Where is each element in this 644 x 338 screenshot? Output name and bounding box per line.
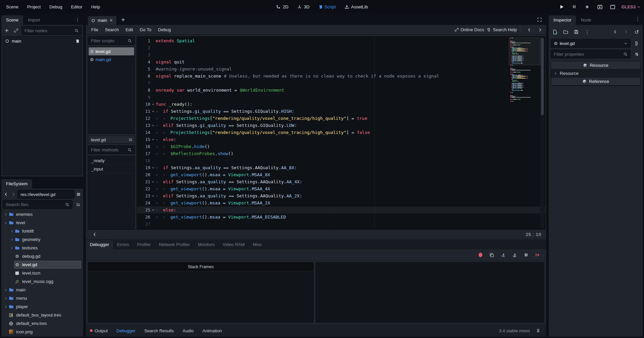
sort-methods-icon[interactable]: [127, 136, 134, 143]
new-scene-tab-icon[interactable]: [119, 16, 127, 24]
pause-button[interactable]: [570, 3, 578, 11]
break-icon[interactable]: [522, 251, 530, 259]
continue-icon[interactable]: [533, 251, 541, 259]
workspace-tab-script[interactable]: Script: [318, 4, 336, 9]
toggle-scripts-panel-icon[interactable]: [91, 231, 99, 239]
fs-item-geometry[interactable]: geometry: [3, 235, 82, 244]
fs-item-level-music-ogg[interactable]: level_music.ogg: [3, 277, 82, 286]
fs-item-main[interactable]: main: [3, 286, 82, 294]
code-line[interactable]: 1extends Spatial: [137, 37, 545, 44]
code-line[interactable]: 3: [137, 51, 545, 58]
save-icon[interactable]: [572, 28, 580, 36]
code-line[interactable]: 10func _ready():: [137, 101, 545, 108]
bottom-bar-item-output[interactable]: Output: [90, 328, 108, 333]
fs-item-default-bus-layout-tres[interactable]: default_bus_layout.tres: [3, 311, 82, 319]
inspector-section-resource[interactable]: Resource: [551, 69, 640, 78]
code-line[interactable]: 23»elif Settings.aa_quality == Settings.…: [137, 192, 545, 199]
fs-sort-icon[interactable]: [74, 200, 82, 208]
fold-arrow-icon[interactable]: [150, 180, 156, 183]
code-line[interactable]: 25»else:: [137, 206, 545, 213]
fs-split-mode-icon[interactable]: [75, 190, 82, 198]
fs-item-enemies[interactable]: enemies: [3, 210, 82, 219]
tree-arrow-closed[interactable]: [9, 230, 14, 233]
inspector-tab-inspector[interactable]: Inspector: [549, 15, 576, 25]
script-list-item-level-gd[interactable]: ⚙level.gd: [89, 47, 134, 55]
distraction-free-icon[interactable]: [535, 15, 543, 23]
code-line[interactable]: 26»»get_viewport().msaa = Viewport.MSAA_…: [137, 213, 545, 221]
fs-item-forklift[interactable]: forklift: [3, 227, 82, 235]
workspace-tab-3d[interactable]: 3D: [297, 4, 310, 9]
play-scene-button[interactable]: [596, 3, 604, 11]
step-over-icon[interactable]: [511, 251, 519, 259]
fs-item-level-gd[interactable]: ⚙level.gd: [3, 260, 82, 269]
tree-arrow-closed[interactable]: [9, 246, 14, 250]
fs-forward-icon[interactable]: [10, 190, 17, 198]
tree-arrow-closed[interactable]: [3, 305, 8, 308]
debugger-tab-errors[interactable]: Errors: [113, 240, 133, 249]
add-node-button[interactable]: [3, 27, 11, 35]
tree-arrow-open[interactable]: [3, 221, 8, 225]
instance-scene-button[interactable]: [12, 27, 20, 35]
scene-node-main[interactable]: main: [3, 37, 82, 45]
help-link-online-docs[interactable]: Online Docs: [454, 27, 484, 32]
code-line[interactable]: 8onready var world_environment = $WorldE…: [137, 87, 545, 94]
script-history-forward-icon[interactable]: [536, 26, 544, 34]
copy-error-icon[interactable]: [488, 251, 496, 259]
method-item-input[interactable]: _input: [89, 165, 134, 173]
menu-debug[interactable]: Debug: [46, 3, 65, 11]
inspector-dock-menu-icon[interactable]: ⋮: [633, 16, 642, 21]
code-line[interactable]: 15»else:: [137, 136, 545, 143]
edited-object-selector[interactable]: ⚙ level.gd: [551, 39, 631, 48]
resource-extra-menu-icon[interactable]: ⋮: [583, 29, 592, 35]
fold-arrow-icon[interactable]: [150, 208, 156, 211]
edit-history-icon[interactable]: ↺: [633, 28, 641, 36]
fold-arrow-icon[interactable]: [150, 138, 156, 141]
menu-help[interactable]: Help: [88, 3, 104, 11]
open-docs-icon[interactable]: [633, 39, 641, 47]
fs-item-player[interactable]: player: [3, 302, 82, 311]
code-line[interactable]: 19»if Settings.aa_quality == Settings.AA…: [137, 164, 545, 171]
filesystem-dock-tab[interactable]: FileSystem: [1, 179, 32, 189]
script-menu-search[interactable]: Search: [102, 26, 122, 34]
fold-arrow-icon[interactable]: [150, 110, 156, 113]
scene-tab-main[interactable]: main: [88, 16, 116, 25]
code-line[interactable]: 14»»ProjectSettings["rendering/quality/v…: [137, 129, 545, 136]
menu-editor[interactable]: Editor: [68, 3, 86, 11]
bottom-bar-item-animation[interactable]: Animation: [203, 328, 222, 333]
code-line[interactable]: 11»if Settings.gi_quality == Settings.GI…: [137, 108, 545, 115]
inspector-category-reference[interactable]: Reference: [551, 78, 640, 86]
expand-bottom-panel-icon[interactable]: [534, 327, 542, 335]
code-line[interactable]: 13»elif Settings.gi_quality == Settings.…: [137, 122, 545, 129]
menu-project[interactable]: Project: [24, 3, 44, 11]
fs-item-level[interactable]: level: [3, 219, 82, 227]
code-line[interactable]: 16»»$GIProbe.hide(): [137, 143, 545, 150]
fs-item-textures[interactable]: textures: [3, 244, 82, 252]
vertical-scrollbar[interactable]: [540, 37, 544, 228]
bottom-bar-item-search-results[interactable]: Search Results: [144, 328, 174, 333]
fs-item-default-env-tres[interactable]: default_env.tres: [3, 319, 82, 328]
code-line[interactable]: 9: [137, 94, 545, 101]
script-list-item-main-gd[interactable]: ⚙main.gd: [89, 55, 134, 63]
debugger-tab-monitors[interactable]: Monitors: [194, 240, 219, 249]
scene-dock-menu-icon[interactable]: ⋮: [73, 17, 82, 22]
code-line[interactable]: 2: [137, 44, 545, 51]
code-line[interactable]: 20»»get_viewport().msaa = Viewport.MSAA_…: [137, 171, 545, 178]
code-line[interactable]: 27: [137, 221, 545, 228]
fs-path-field[interactable]: res://level/level.gd: [17, 190, 74, 199]
debugger-tab-network-profiler[interactable]: Network Profiler: [155, 240, 194, 249]
fold-arrow-icon[interactable]: [150, 194, 156, 197]
code-line[interactable]: 24»»get_viewport().msaa = Viewport.MSAA_…: [137, 199, 545, 206]
code-line[interactable]: 18: [137, 157, 545, 164]
attached-script-icon[interactable]: [75, 39, 79, 43]
play-custom-scene-button[interactable]: [608, 3, 616, 11]
fs-item-debug-gd[interactable]: ⚙debug.gd: [3, 252, 82, 260]
load-resource-icon[interactable]: [561, 28, 570, 36]
method-item-ready[interactable]: _ready: [89, 156, 134, 165]
play-button[interactable]: [557, 3, 566, 11]
fs-item-menu[interactable]: menu: [3, 294, 82, 302]
close-icon[interactable]: [109, 18, 113, 22]
bottom-bar-item-debugger[interactable]: Debugger: [116, 328, 136, 333]
tree-arrow-closed[interactable]: [3, 213, 8, 216]
script-menu-edit[interactable]: Edit: [122, 26, 136, 34]
current-script-bar[interactable]: level.gd: [88, 136, 135, 144]
